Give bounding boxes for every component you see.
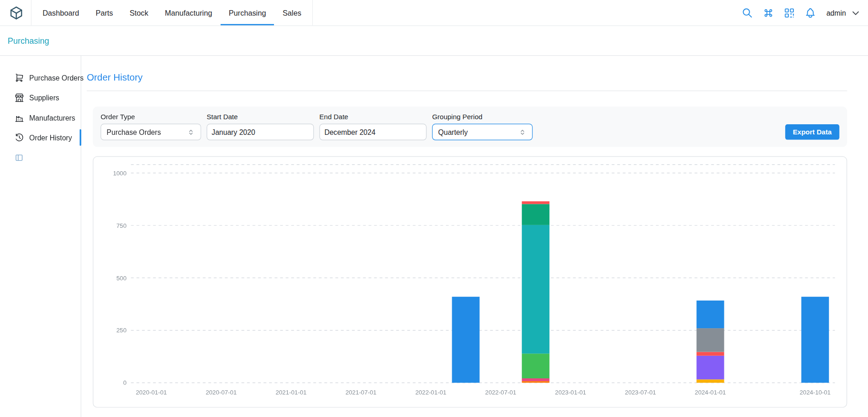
svg-text:2020-01-01: 2020-01-01 xyxy=(136,389,167,396)
sidebar-item-label: Manufacturers xyxy=(29,114,76,122)
svg-text:0: 0 xyxy=(123,379,126,386)
command-icon xyxy=(763,7,774,18)
sidebar-item-manufacturers[interactable]: Manufacturers xyxy=(0,108,81,127)
inventree-logo-icon xyxy=(9,5,23,20)
end-date-input[interactable] xyxy=(320,124,427,140)
tab-stock[interactable]: Stock xyxy=(121,0,157,25)
tab-sales[interactable]: Sales xyxy=(274,0,310,25)
svg-text:2021-01-01: 2021-01-01 xyxy=(275,389,306,396)
svg-text:750: 750 xyxy=(117,222,127,229)
bell-icon xyxy=(804,7,816,18)
svg-text:2023-07-01: 2023-07-01 xyxy=(625,389,656,396)
search-button[interactable] xyxy=(741,6,753,18)
order-type-group: Order Type Purchase Orders xyxy=(100,113,201,140)
main-content: Order History Order Type Purchase Orders… xyxy=(81,56,868,417)
username: admin xyxy=(827,9,846,17)
order-type-label: Order Type xyxy=(100,113,201,121)
grouping-period-label: Grouping Period xyxy=(432,113,532,121)
breadcrumb: Purchasing xyxy=(0,26,868,56)
building-store-icon xyxy=(14,93,24,103)
svg-text:250: 250 xyxy=(117,327,127,334)
start-date-group: Start Date xyxy=(207,113,314,140)
grouping-period-group: Grouping Period Quarterly xyxy=(432,113,532,140)
breadcrumb-purchasing[interactable]: Purchasing xyxy=(8,36,49,45)
tab-manufacturing[interactable]: Manufacturing xyxy=(157,0,221,25)
user-menu[interactable]: admin xyxy=(827,8,861,17)
svg-text:1000: 1000 xyxy=(113,170,126,177)
history-clock-icon xyxy=(14,133,24,143)
chart-card: 025050075010002020-01-012020-07-012021-0… xyxy=(93,156,847,408)
svg-text:2022-07-01: 2022-07-01 xyxy=(485,389,516,396)
sidebar-item-label: Suppliers xyxy=(29,93,59,102)
svg-text:2021-07-01: 2021-07-01 xyxy=(345,389,376,396)
start-date-label: Start Date xyxy=(207,113,314,121)
app-logo[interactable] xyxy=(8,5,24,21)
shopping-cart-icon xyxy=(14,73,24,83)
layout-sidebar-icon xyxy=(15,154,23,162)
svg-text:500: 500 xyxy=(117,275,127,282)
svg-text:2024-01-01: 2024-01-01 xyxy=(695,389,726,396)
tab-purchasing[interactable]: Purchasing xyxy=(221,0,274,25)
notifications-button[interactable] xyxy=(804,6,816,18)
start-date-input[interactable] xyxy=(207,124,314,140)
grouping-period-value: Quarterly xyxy=(438,128,468,136)
sidebar-item-label: Purchase Orders xyxy=(29,74,84,82)
end-date-group: End Date xyxy=(320,113,427,140)
page-title: Order History xyxy=(87,72,847,83)
svg-text:2023-01-01: 2023-01-01 xyxy=(555,389,586,396)
order-history-chart: 025050075010002020-01-012020-07-012021-0… xyxy=(100,161,846,406)
top-navbar: Dashboard Parts Stock Manufacturing Purc… xyxy=(0,0,868,26)
page-layout: Purchase Orders Suppliers Manufacturers xyxy=(0,56,868,417)
svg-text:2020-07-01: 2020-07-01 xyxy=(206,389,237,396)
selector-chevrons-icon xyxy=(518,128,527,136)
order-type-select[interactable]: Purchase Orders xyxy=(100,124,201,140)
search-icon xyxy=(741,7,753,18)
tab-parts[interactable]: Parts xyxy=(87,0,122,25)
end-date-label: End Date xyxy=(320,113,427,121)
sidebar-item-purchase-orders[interactable]: Purchase Orders xyxy=(0,68,81,88)
filter-panel: Order Type Purchase Orders Start Date En… xyxy=(93,107,847,147)
sidebar-item-label: Order History xyxy=(29,133,72,142)
export-data-button[interactable]: Export Data xyxy=(785,124,839,140)
sidebar-item-suppliers[interactable]: Suppliers xyxy=(0,88,81,108)
navbar-actions: admin xyxy=(741,0,861,25)
chevron-down-icon xyxy=(851,8,860,17)
factory-icon xyxy=(14,113,24,123)
scan-button[interactable] xyxy=(783,6,795,18)
selector-chevrons-icon xyxy=(187,128,195,136)
tab-dashboard[interactable]: Dashboard xyxy=(34,0,87,25)
grouping-period-select[interactable]: Quarterly xyxy=(432,124,532,140)
title-divider xyxy=(87,91,847,91)
main-tabs: Dashboard Parts Stock Manufacturing Purc… xyxy=(31,0,313,25)
collapse-sidebar-button[interactable] xyxy=(14,154,23,162)
purchasing-sidebar: Purchase Orders Suppliers Manufacturers xyxy=(0,56,81,417)
qrcode-icon xyxy=(784,7,795,18)
sidebar-item-order-history[interactable]: Order History xyxy=(0,127,81,147)
svg-text:2022-01-01: 2022-01-01 xyxy=(415,389,446,396)
order-type-value: Purchase Orders xyxy=(107,128,161,136)
svg-text:2024-10-01: 2024-10-01 xyxy=(799,389,830,396)
command-palette-button[interactable] xyxy=(762,6,774,18)
app-viewport: Dashboard Parts Stock Manufacturing Purc… xyxy=(0,0,868,417)
